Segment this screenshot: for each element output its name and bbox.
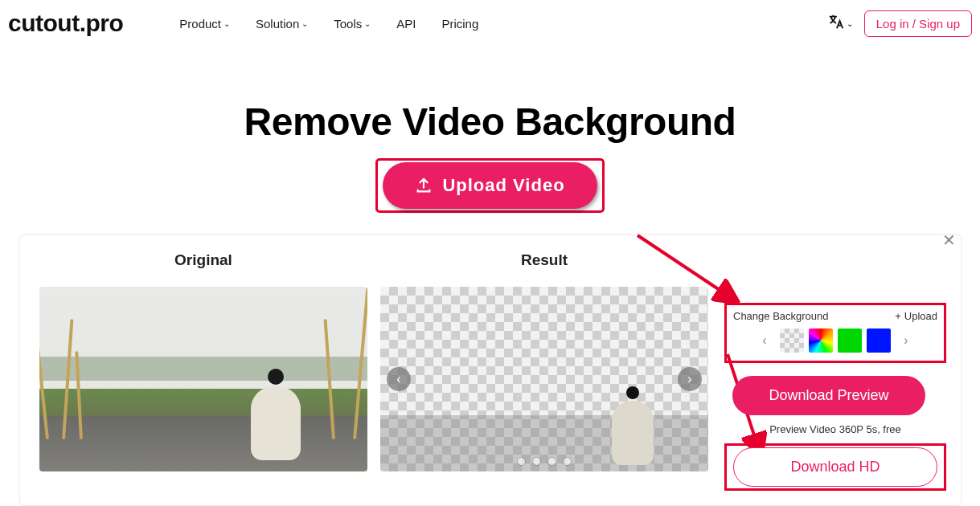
language-switcher[interactable]: ⌄ <box>827 13 853 35</box>
download-hd-highlight-box: Download HD <box>724 443 946 491</box>
original-preview <box>39 287 367 471</box>
nav-product-label: Product <box>179 17 221 31</box>
change-bg-label: Change Background <box>733 310 829 322</box>
result-preview: ‹ › <box>380 287 708 471</box>
upload-highlight-box: Upload Video <box>375 158 604 213</box>
chevron-down-icon: ⌄ <box>847 19 853 28</box>
nav-pricing-label: Pricing <box>441 17 478 31</box>
result-label: Result <box>380 251 708 269</box>
download-hd-button[interactable]: Download HD <box>733 447 937 487</box>
next-frame-button[interactable]: › <box>678 367 702 391</box>
change-bg-highlight-box: Change Background + Upload ‹ › <box>724 303 946 363</box>
upload-label: Upload Video <box>442 175 564 196</box>
login-button[interactable]: Log in / Sign up <box>864 10 972 37</box>
person-figure <box>610 386 655 467</box>
nav-solution-label: Solution <box>256 17 299 31</box>
editor-card: ✕ Original Result <box>19 235 962 506</box>
frame-dots <box>518 458 571 465</box>
upload-icon <box>415 177 433 194</box>
dot[interactable] <box>518 458 525 465</box>
translate-icon <box>827 13 845 35</box>
prev-frame-button[interactable]: ‹ <box>387 367 411 391</box>
upload-bg-button[interactable]: + Upload <box>895 310 937 322</box>
swatch-prev-button[interactable]: ‹ <box>754 330 775 351</box>
plus-icon: + <box>895 310 901 322</box>
dot[interactable] <box>564 458 571 465</box>
swatch-next-button[interactable]: › <box>896 330 916 351</box>
close-icon[interactable]: ✕ <box>942 231 956 250</box>
upload-video-button[interactable]: Upload Video <box>383 162 597 209</box>
chevron-down-icon: ⌄ <box>364 19 371 28</box>
nav-tools[interactable]: Tools⌄ <box>334 17 371 31</box>
chevron-down-icon: ⌄ <box>301 19 308 28</box>
download-preview-button[interactable]: Download Preview <box>732 376 925 415</box>
swatch-transparent[interactable] <box>780 328 804 353</box>
nav-tools-label: Tools <box>334 17 362 31</box>
person-figure <box>249 369 302 465</box>
logo[interactable]: cutout.pro <box>8 10 123 37</box>
swatch-blue[interactable] <box>867 328 891 353</box>
original-label: Original <box>39 251 367 269</box>
preview-note: Preview Video 360P 5s, free <box>724 423 946 435</box>
upload-bg-label: Upload <box>904 310 937 322</box>
nav-product[interactable]: Product⌄ <box>179 17 230 31</box>
dot[interactable] <box>548 458 556 465</box>
nav-solution[interactable]: Solution⌄ <box>256 17 308 31</box>
swatch-green[interactable] <box>838 328 862 353</box>
dot[interactable] <box>533 458 540 465</box>
nav-pricing[interactable]: Pricing <box>441 17 478 31</box>
chevron-down-icon: ⌄ <box>223 19 230 28</box>
swatch-color-picker[interactable] <box>809 328 833 353</box>
page-title: Remove Video Background <box>0 100 980 144</box>
nav-api[interactable]: API <box>396 17 416 31</box>
nav-api-label: API <box>396 17 416 31</box>
